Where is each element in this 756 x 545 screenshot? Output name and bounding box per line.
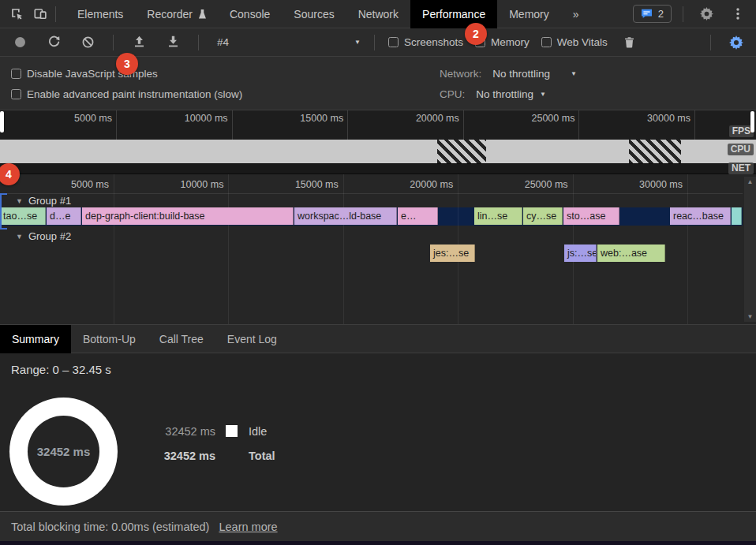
timeline-grid-line [343,174,344,324]
more-options-icon[interactable] [726,3,750,25]
task-bar[interactable]: reac…base [670,207,731,225]
cpu-throttling-value: No throttling [476,88,533,100]
chat-bubble-icon [641,9,653,19]
scroll-up-icon[interactable]: ▲ [747,178,754,185]
detail-tab-event-log[interactable]: Event Log [215,325,289,353]
tab-network[interactable]: Network [346,0,410,28]
task-bar[interactable]: d…e [47,207,81,225]
overview-tick-label: 20000 ms [388,113,459,124]
tab-elements[interactable]: Elements [65,0,135,28]
capture-settings-pane: Disable JavaScript samplesEnable advance… [0,57,756,110]
total-blocking-time-bar: Total blocking time: 0.00ms (estimated) … [0,511,756,541]
overview-right-handle[interactable] [750,111,754,133]
overview-left-handle[interactable] [0,111,4,133]
task-bar[interactable]: cy…se [523,207,563,225]
timeline-grid-line [114,174,114,324]
settings-gear-icon[interactable] [694,3,718,25]
task-bar[interactable]: sto…ase [563,207,619,225]
settings-check-enable-advanced-paint-instrumentation-slow[interactable]: Enable advanced paint instrumentation (s… [11,84,745,104]
network-throttling-select[interactable]: Network: No throttling ▼ [440,63,577,84]
clear-recordings-button[interactable] [76,32,99,54]
tab-memory[interactable]: Memory [497,0,561,28]
task-bar[interactable]: workspac…ld-base [294,207,397,225]
tab-sources[interactable]: Sources [282,0,346,28]
overview-net-band [0,163,756,174]
checkbox-label: Enable advanced paint instrumentation (s… [27,88,242,100]
tab-more[interactable]: » [561,0,591,28]
chevron-down-icon: ▼ [354,39,361,46]
task-bar[interactable]: web:…ase [597,245,665,262]
task-bar[interactable] [732,207,742,225]
device-toolbar-icon[interactable] [28,3,52,25]
tab-console[interactable]: Console [218,0,282,28]
learn-more-link[interactable]: Learn more [219,521,277,533]
legend-label: Total [249,450,275,462]
toolbar-check-web-vitals[interactable]: Web Vitals [541,36,608,48]
capture-settings-toggle[interactable] [724,32,748,54]
expander-icon[interactable]: ▼ [16,197,23,205]
checkbox-label: Web Vitals [557,36,608,48]
load-profile-button[interactable] [127,32,151,54]
group-label: Group #1 [28,195,71,207]
task-bar[interactable]: js:…se [564,245,597,262]
tab-recorder[interactable]: Recorder [135,0,218,28]
timeline-tick-label: 10000 ms [152,179,223,190]
annotation-badge-3: 3 [116,53,138,75]
overview-cpu-band [0,140,756,163]
performance-toolbar: #4 ▼ ScreenshotsMemoryWeb Vitals [0,28,756,57]
reload-and-record-button[interactable] [42,32,65,54]
inspect-element-icon[interactable] [5,3,28,25]
tab-performance[interactable]: Performance [410,0,497,28]
overview-tick-label: 30000 ms [619,113,691,124]
toolbar-check-screenshots[interactable]: Screenshots [388,36,463,48]
detail-tab-bottom-up[interactable]: Bottom-Up [71,325,148,353]
checkbox[interactable] [388,37,399,47]
expander-icon[interactable]: ▼ [16,233,23,241]
track-selection-bracket [0,193,7,230]
summary-donut-chart: 32452 ms [9,398,118,506]
legend-row-idle: 32452 msIdle [163,423,275,439]
vertical-scrollbar[interactable]: ▲ ▼ [744,177,756,322]
window-edge [0,541,756,545]
panel-tabs: ElementsRecorderConsoleSourcesNetworkPer… [65,0,591,28]
devtools-tab-bar: ElementsRecorderConsoleSourcesNetworkPer… [0,0,756,28]
save-profile-button[interactable] [161,32,185,54]
legend-value: 32452 ms [163,450,215,462]
annotation-badge-2: 2 [465,23,487,45]
net-lane-label: NET [728,162,754,174]
timeline-grid-line [228,174,229,324]
divider [198,35,199,50]
divider [55,6,56,22]
timeline-overview[interactable]: 5000 ms10000 ms15000 ms20000 ms25000 ms3… [0,110,756,174]
checkbox[interactable] [11,89,21,99]
detail-tab-call-tree[interactable]: Call Tree [148,325,215,353]
summary-legend: 32452 msIdle32452 msTotal [163,423,275,472]
delete-recording-button[interactable] [618,32,642,54]
record-button[interactable] [8,32,32,54]
detail-tab-summary[interactable]: Summary [0,325,71,353]
task-bar[interactable]: e… [398,207,438,225]
history-label: #4 [217,36,229,48]
timeline-tick-label: 25000 ms [497,179,568,190]
checkbox[interactable] [541,37,552,47]
cpu-throttling-select[interactable]: CPU: No throttling ▼ [440,84,577,104]
overview-tick-label: 10000 ms [157,113,228,124]
timeline-tick-label: 15000 ms [268,179,339,190]
history-select[interactable]: #4 ▼ [212,36,361,48]
ruler-border [0,193,743,194]
flame-chart[interactable]: 5000 ms10000 ms15000 ms20000 ms25000 ms3… [0,174,756,325]
cpu-throttling-label: CPU: [440,88,465,100]
divider [374,35,375,50]
chevron-down-icon: ▼ [540,91,546,98]
group-header-group-2[interactable]: ▼Group #2 [16,230,71,242]
issues-counter[interactable]: 2 [633,5,672,23]
task-bar[interactable]: dep-graph-client:build-base [82,207,294,225]
scroll-down-icon[interactable]: ▼ [747,313,754,320]
group-header-group-1[interactable]: ▼Group #1 [16,195,71,207]
legend-label: Idle [249,425,267,438]
task-bar[interactable]: lin…se [474,207,522,225]
task-bar[interactable]: jes:…se [430,245,475,262]
network-throttling-label: Network: [440,68,481,80]
chevron-down-icon: ▼ [571,70,577,77]
checkbox[interactable] [11,69,21,79]
